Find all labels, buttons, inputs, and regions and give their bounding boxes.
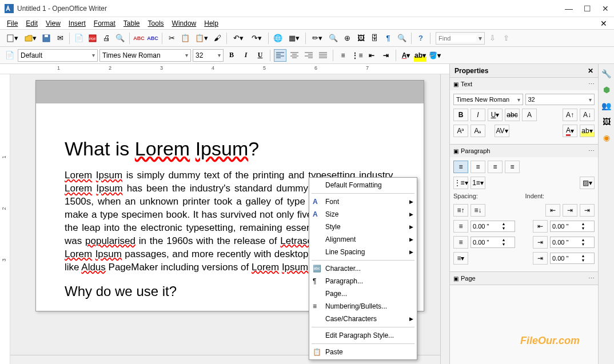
paragraph-section-header[interactable]: ▣Paragraph⋯ [450,145,598,157]
font-color-button[interactable]: A▾ [400,49,412,62]
email-button[interactable]: ✉ [54,32,66,45]
props-bold-button[interactable]: B [453,109,468,121]
highlight-button[interactable]: ab▾ [414,49,426,62]
props-superscript-button[interactable]: Aᵃ [453,125,468,137]
hyperlink-button[interactable]: 🌐 [272,32,284,45]
sidebar-tab-functions[interactable]: ◉ [600,131,613,144]
props-bullets-button[interactable]: ⋮≡▾ [453,177,468,189]
increase-indent-button[interactable]: ⇥ [563,204,577,217]
close-doc-button[interactable]: ✕ [597,19,611,28]
align-right-button[interactable] [302,49,315,62]
props-italic-button[interactable]: I [471,109,485,121]
vertical-ruler[interactable]: 1 2 3 [0,74,10,364]
menu-view[interactable]: View [42,18,64,29]
spacing-above-input[interactable]: ▲▼ [471,221,515,232]
cm-line-spacing[interactable]: Line Spacing▶ [309,246,417,258]
paste-button[interactable]: 📋▾ [193,32,210,45]
hanging-indent-button[interactable]: ⇥ [580,204,595,217]
find-next-button[interactable]: ⇩ [486,32,499,45]
table-button[interactable]: ▦▾ [285,32,302,45]
props-shadow-button[interactable]: A [522,109,537,121]
props-size-combo[interactable]: 32▾ [525,94,595,105]
props-shrink-font-button[interactable]: A↓ [580,109,595,121]
close-button[interactable]: ✕ [601,5,609,13]
menu-table[interactable]: Table [120,18,143,29]
sidebar-tab-properties[interactable]: 🔧 [600,67,613,80]
sidebar-tab-gallery[interactable]: 👥 [600,99,613,112]
cm-case[interactable]: Case/Characters▶ [309,313,417,325]
align-justify-button[interactable] [317,49,329,62]
more-icon[interactable]: ⋯ [588,81,595,88]
horizontal-ruler[interactable]: 1 2 3 4 5 6 7 [0,64,449,74]
help-button[interactable]: ? [414,32,427,45]
align-center-button[interactable] [288,49,301,62]
format-paintbrush-button[interactable]: 🖌 [211,32,224,45]
text-section-header[interactable]: ▣Text⋯ [450,78,598,90]
cm-size[interactable]: ASize▶ [309,208,417,221]
underline-button[interactable]: U [254,49,266,62]
indent-left-input[interactable]: ▲▼ [550,221,595,232]
close-panel-icon[interactable]: ✕ [588,67,593,75]
menu-help[interactable]: Help [201,18,222,29]
bold-button[interactable]: B [225,49,238,62]
props-align-right[interactable]: ≡ [488,161,503,173]
props-grow-font-button[interactable]: A↑ [563,109,577,121]
cm-paste[interactable]: 📋Paste [309,346,417,358]
props-align-center[interactable]: ≡ [471,161,485,173]
props-spacing-button[interactable]: AV▾ [495,125,509,137]
props-subscript-button[interactable]: Aₐ [471,125,485,137]
props-align-left[interactable]: ≡ [453,161,468,173]
decrease-spacing-button[interactable]: ≡↓ [471,204,485,217]
cut-button[interactable]: ✂ [165,32,178,45]
print-preview-button[interactable]: 🔍 [114,32,126,45]
find-input[interactable] [436,35,476,42]
minimize-button[interactable]: — [565,5,573,13]
find-replace-button[interactable]: 🔍 [327,32,340,45]
auto-spellcheck-button[interactable]: ABC [146,32,159,45]
new-button[interactable]: ▾ [3,32,21,45]
cm-alignment[interactable]: Alignment▶ [309,233,417,246]
gallery-button[interactable]: 🖼 [354,32,367,45]
print-button[interactable]: 🖨 [100,32,113,45]
find-dropdown-icon[interactable]: ▾ [476,34,484,42]
increase-spacing-button[interactable]: ≡↑ [453,204,468,217]
menu-edit[interactable]: Edit [22,18,41,29]
styles-button[interactable]: 📄 [3,49,16,62]
para-style-combo[interactable]: Default▾ [18,49,98,62]
sidebar-tab-styles[interactable]: ⬢ [600,83,613,96]
cm-edit-para-style[interactable]: Edit Paragraph Style... [309,329,417,342]
numbered-list-button[interactable]: ≡ [337,49,349,62]
drawing-button[interactable]: ✏▾ [309,32,326,45]
nonprinting-button[interactable]: ¶ [382,32,394,45]
spellcheck-button[interactable]: ABC [133,32,145,45]
menu-tools[interactable]: Tools [145,18,168,29]
cm-page[interactable]: Page... [309,287,417,300]
cm-paragraph[interactable]: ¶Paragraph... [309,275,417,287]
menu-window[interactable]: Window [169,18,200,29]
props-strike-button[interactable]: abc [505,109,520,121]
cm-default-formatting[interactable]: Default Formatting [309,179,417,191]
props-highlight-button[interactable]: ab▾ [580,125,595,137]
background-color-button[interactable]: 🪣▾ [428,49,441,62]
zoom-button[interactable]: 🔍 [396,32,408,45]
menu-format[interactable]: Format [90,18,119,29]
props-numbering-button[interactable]: 1≡▾ [471,177,485,189]
font-size-combo[interactable]: 32▾ [193,49,224,62]
cm-style[interactable]: Style▶ [309,221,417,233]
maximize-button[interactable]: ☐ [583,5,591,13]
more-icon[interactable]: ⋯ [588,275,595,282]
heading-1[interactable]: What is Lorem Ipsum? [65,138,395,160]
data-sources-button[interactable]: 🗄 [368,32,381,45]
find-prev-button[interactable]: ⇧ [500,32,512,45]
vertical-scrollbar[interactable] [440,74,449,364]
increase-indent-button[interactable]: ⇥ [380,49,392,62]
redo-button[interactable]: ↷▾ [248,32,265,45]
cm-numbering[interactable]: ≡Numbering/Bullets... [309,300,417,313]
props-underline-button[interactable]: U▾ [488,109,503,121]
more-icon[interactable]: ⋯ [588,147,595,155]
indent-first-input[interactable]: ▲▼ [550,253,595,264]
export-pdf-button[interactable]: PDF [86,32,99,45]
menu-insert[interactable]: Insert [65,18,89,29]
page-section-header[interactable]: ▣Page⋯ [450,272,598,285]
props-bg-color-button[interactable]: ▨▾ [580,177,595,189]
